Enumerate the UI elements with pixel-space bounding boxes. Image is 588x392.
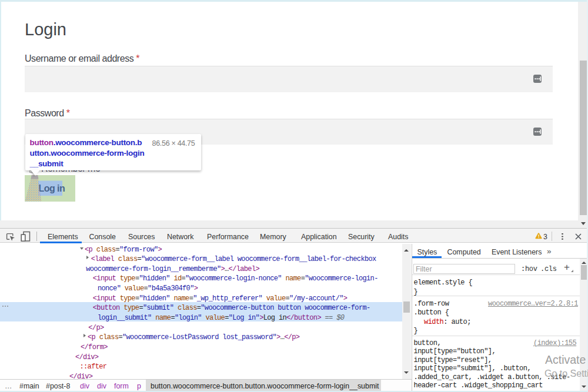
svg-text:Log in: Log in xyxy=(39,183,65,193)
